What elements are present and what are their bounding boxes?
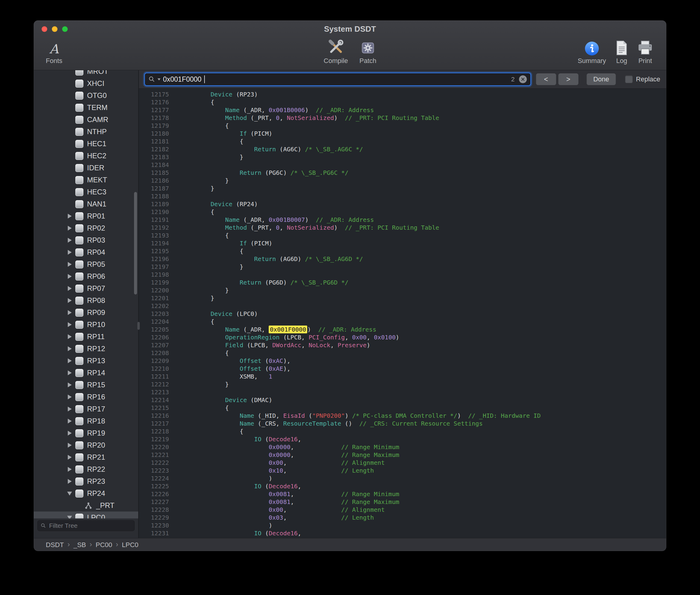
code-line[interactable]: 12210 Offset (0xAE), — [139, 365, 666, 373]
code-line[interactable]: 12204 { — [139, 318, 666, 325]
find-next-button[interactable]: > — [558, 73, 579, 85]
code-line[interactable]: 12195 { — [139, 247, 666, 255]
code-line[interactable]: 12227 0x0081, // Range Maximum — [139, 498, 666, 506]
code-line[interactable]: 12211 XSMB, 1 — [139, 373, 666, 380]
disclosure-triangle-icon[interactable] — [64, 294, 75, 307]
code-line[interactable]: 12185 Return (PG6C) /* \_SB_.PG6C */ — [139, 169, 666, 177]
tree-item-otg0[interactable]: OTG0 — [34, 89, 138, 102]
code-line[interactable]: 12219 IO (Decode16, — [139, 435, 666, 443]
breadcrumb-item-lpc0[interactable]: LPC0 — [122, 541, 139, 548]
tree-item-ider[interactable]: IDER — [34, 162, 138, 174]
code-line[interactable]: 12177 Name (_ADR, 0x001B0006) // _ADR: A… — [139, 106, 666, 114]
summary-button[interactable]: Summary — [578, 38, 606, 65]
code-line[interactable]: 12182 Return (AG6C) /* \_SB_.AG6C */ — [139, 145, 666, 153]
code-line[interactable]: 12186 } — [139, 177, 666, 185]
code-line[interactable]: 12189 Device (RP24) — [139, 200, 666, 208]
disclosure-triangle-icon[interactable] — [64, 258, 75, 271]
find-previous-button[interactable]: < — [536, 73, 556, 85]
code-line[interactable]: 12199 Return (PG6D) /* \_SB_.PG6D */ — [139, 279, 666, 286]
code-line[interactable]: 12176 { — [139, 98, 666, 106]
disclosure-triangle-icon[interactable] — [64, 355, 75, 367]
filter-tree-field[interactable] — [49, 522, 131, 530]
disclosure-triangle-icon[interactable] — [64, 331, 75, 343]
code-line[interactable]: 12184 — [139, 161, 666, 169]
disclosure-triangle-icon[interactable] — [64, 487, 75, 500]
splitter-handle-icon[interactable] — [138, 322, 140, 330]
code-line[interactable]: 12224 ) — [139, 475, 666, 482]
code-line[interactable]: 12183 } — [139, 153, 666, 161]
code-line[interactable]: 12192 Method (_PRT, 0, NotSerialized) //… — [139, 224, 666, 231]
code-line[interactable]: 12193 { — [139, 231, 666, 239]
code-line[interactable]: 12181 { — [139, 137, 666, 145]
search-menu-chevron-icon[interactable] — [157, 78, 160, 81]
tree-item-rp02[interactable]: RP02 — [34, 222, 138, 234]
code-line[interactable]: 12206 OperationRegion (LPCB, PCI_Config,… — [139, 333, 666, 341]
disclosure-triangle-icon[interactable] — [64, 271, 75, 282]
code-line[interactable]: 12191 Name (_ADR, 0x001B0007) // _ADR: A… — [139, 216, 666, 224]
clear-search-button[interactable] — [519, 75, 527, 83]
disclosure-triangle-icon[interactable] — [64, 475, 75, 487]
code-line[interactable]: 12200 } — [139, 286, 666, 294]
code-line[interactable]: 12198 — [139, 271, 666, 279]
disclosure-triangle-icon[interactable] — [64, 403, 75, 415]
code-line[interactable]: 12223 0x10, // Length — [139, 466, 666, 475]
disclosure-triangle-icon[interactable] — [64, 210, 75, 222]
tree-item-rp14[interactable]: RP14 — [34, 367, 138, 379]
code-line[interactable]: 12212 } — [139, 380, 666, 388]
code-line[interactable]: 12216 Name (_HID, EisaId ("PNP0200") /* … — [139, 412, 666, 420]
disclosure-triangle-icon[interactable] — [64, 234, 75, 246]
tree-item-rp13[interactable]: RP13 — [34, 355, 138, 367]
tree-item-rp20[interactable]: RP20 — [34, 439, 138, 451]
disclosure-triangle-icon[interactable] — [64, 307, 75, 319]
code-line[interactable]: 12213 — [139, 388, 666, 396]
tree-item-camr[interactable]: CAMR — [34, 114, 138, 126]
disclosure-triangle-icon[interactable] — [64, 319, 75, 331]
print-button[interactable]: Print — [637, 38, 653, 65]
disclosure-triangle-icon[interactable] — [64, 222, 75, 234]
disclosure-triangle-icon[interactable] — [64, 511, 75, 518]
tree-item-term[interactable]: TERM — [34, 102, 138, 114]
code-line[interactable]: 12179 { — [139, 122, 666, 130]
tree-item-rp15[interactable]: RP15 — [34, 379, 138, 391]
tree-item-rp19[interactable]: RP19 — [34, 427, 138, 439]
log-button[interactable]: Log — [616, 38, 628, 65]
tree-item-_prt[interactable]: _PRT — [34, 500, 138, 511]
disclosure-triangle-icon[interactable] — [64, 451, 75, 463]
breadcrumb-item-_sb[interactable]: _SB — [73, 541, 86, 548]
tree-item-rp06[interactable]: RP06 — [34, 271, 138, 282]
breadcrumb-item-dsdt[interactable]: DSDT — [46, 541, 64, 548]
minimize-button[interactable] — [52, 26, 58, 32]
zoom-button[interactable] — [62, 26, 68, 32]
search-input[interactable]: 0x001F0000 2 — [144, 73, 531, 86]
tree-item-mekt[interactable]: MEKT — [34, 174, 138, 186]
code-line[interactable]: 12209 Offset (0xAC), — [139, 357, 666, 365]
code-line[interactable]: 12188 — [139, 192, 666, 200]
code-line[interactable]: 12202 — [139, 302, 666, 310]
breadcrumb-item-pc00[interactable]: PC00 — [95, 541, 112, 548]
code-line[interactable]: 12208 { — [139, 349, 666, 357]
tree-item-nthp[interactable]: NTHP — [34, 126, 138, 138]
tree-item-rp01[interactable]: RP01 — [34, 210, 138, 222]
tree-item-rp16[interactable]: RP16 — [34, 391, 138, 403]
code-editor[interactable]: 12175 Device (RP23)12176 {12177 Name (_A… — [139, 89, 666, 538]
code-line[interactable]: 12217 Name (_CRS, ResourceTemplate () //… — [139, 420, 666, 427]
code-line[interactable]: 12226 0x0081, // Range Minimum — [139, 490, 666, 498]
tree-item-rp17[interactable]: RP17 — [34, 403, 138, 415]
tree-item-rp09[interactable]: RP09 — [34, 307, 138, 319]
tree-item-xhci[interactable]: XHCI — [34, 78, 138, 89]
close-button[interactable] — [41, 26, 47, 32]
tree-item-hec1[interactable]: HEC1 — [34, 138, 138, 150]
code-line[interactable]: 12215 { — [139, 404, 666, 412]
code-line[interactable]: 12225 IO (Decode16, — [139, 482, 666, 490]
tree-item-hec3[interactable]: HEC3 — [34, 186, 138, 198]
disclosure-triangle-icon[interactable] — [64, 246, 75, 258]
pane-divider[interactable] — [138, 70, 139, 538]
tree-item-rp11[interactable]: RP11 — [34, 331, 138, 343]
tree-item-rp24[interactable]: RP24 — [34, 487, 138, 500]
compile-button[interactable]: Compile — [324, 38, 348, 65]
disclosure-triangle-icon[interactable] — [64, 282, 75, 294]
code-line[interactable]: 12196 Return (AG6D) /* \_SB_.AG6D */ — [139, 255, 666, 263]
code-line[interactable]: 12187 } — [139, 185, 666, 192]
disclosure-triangle-icon[interactable] — [64, 439, 75, 451]
tree-item-hec2[interactable]: HEC2 — [34, 150, 138, 162]
